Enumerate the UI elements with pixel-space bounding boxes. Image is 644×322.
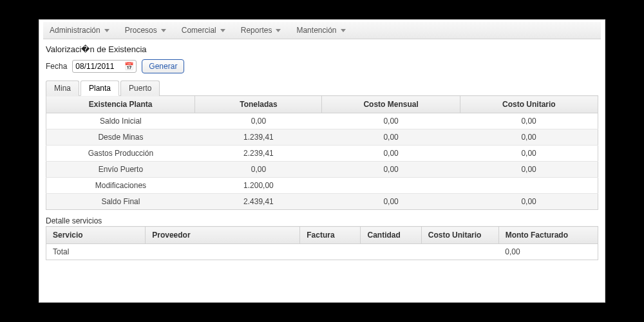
cell-ton: 1.239,41 (195, 129, 322, 146)
detail-empty (300, 244, 361, 260)
menu-administracion[interactable]: Administración (50, 26, 109, 35)
menu-label: Reportes (241, 26, 272, 35)
generate-button[interactable]: Generar (142, 59, 184, 73)
table-row: Saldo Final 2.439,41 0,00 0,00 (46, 194, 598, 210)
cell-ton: 2.439,41 (195, 194, 322, 210)
col-servicio: Servicio (46, 227, 146, 244)
menu-label: Administración (50, 26, 100, 35)
stock-table-body: Saldo Inicial 0,00 0,00 0,00 Desde Minas… (46, 113, 598, 210)
table-row: Gastos Producción 2.239,41 0,00 0,00 (46, 146, 598, 162)
cell-ton: 2.239,41 (195, 146, 322, 162)
menu-procesos[interactable]: Procesos (125, 26, 166, 35)
tab-planta[interactable]: Planta (80, 80, 119, 96)
col-monto-facturado: Monto Facturado (498, 227, 598, 244)
cell-cm: 0,00 (322, 113, 460, 129)
col-costo-unitario: Costo Unitario (421, 227, 498, 244)
detail-empty (361, 244, 421, 260)
date-input-wrapper: 📅 (72, 60, 137, 73)
col-proveedor: Proveedor (146, 227, 300, 244)
cell-cu: 0,00 (460, 129, 598, 146)
date-input[interactable] (75, 62, 122, 71)
table-row: Saldo Inicial 0,00 0,00 0,00 (46, 113, 598, 129)
app-panel: Administración Procesos Comercial Report… (39, 19, 605, 303)
chevron-down-icon (161, 29, 166, 32)
detail-empty (146, 244, 300, 260)
col-existencia: Existencia Planta (46, 96, 195, 113)
table-row: Modificaciones 1.200,00 (46, 178, 598, 194)
tab-puerto[interactable]: Puerto (120, 80, 160, 96)
table-header-row: Existencia Planta Toneladas Costo Mensua… (46, 96, 598, 113)
col-costo-unitario: Costo Unitario (460, 96, 598, 113)
cell-cu (460, 178, 598, 194)
cell-ton: 0,00 (195, 113, 322, 129)
cell-cm: 0,00 (322, 129, 460, 146)
col-toneladas: Toneladas (195, 96, 322, 113)
menu-mantencion[interactable]: Mantención (296, 26, 345, 35)
cell-ton: 1.200,00 (195, 178, 322, 194)
chevron-down-icon (341, 29, 346, 32)
menubar: Administración Procesos Comercial Report… (43, 22, 601, 39)
col-cantidad: Cantidad (361, 227, 421, 244)
cell-cu: 0,00 (460, 194, 598, 210)
table-row: Desde Minas 1.239,41 0,00 0,00 (46, 129, 598, 146)
cell-cu: 0,00 (460, 146, 598, 162)
cell-ton: 0,00 (195, 162, 322, 178)
menu-label: Procesos (125, 26, 157, 35)
cell-label: Modificaciones (46, 178, 195, 194)
table-row: Envío Puerto 0,00 0,00 0,00 (46, 162, 598, 178)
cell-label: Saldo Final (46, 194, 195, 210)
tab-mina[interactable]: Mina (46, 80, 79, 96)
cell-cm (322, 178, 460, 194)
cell-cm: 0,00 (322, 146, 460, 162)
detail-section-label: Detalle servicios (46, 216, 598, 225)
detail-total-value: 0,00 (498, 244, 598, 260)
menu-label: Comercial (182, 26, 216, 35)
cell-label: Saldo Inicial (46, 113, 195, 129)
menu-label: Mantención (296, 26, 336, 35)
cell-cm: 0,00 (322, 194, 460, 210)
page-title: Valorizaci�n de Existencia (46, 44, 598, 54)
cell-cm: 0,00 (322, 162, 460, 178)
cell-cu: 0,00 (460, 113, 598, 129)
cell-label: Envío Puerto (46, 162, 195, 178)
tabs: Mina Planta Puerto (46, 80, 598, 96)
chevron-down-icon (276, 29, 281, 32)
table-header-row: Servicio Proveedor Factura Cantidad Cost… (46, 227, 598, 244)
content-area: Valorizaci�n de Existencia Fecha 📅 Gener… (39, 44, 605, 260)
col-costo-mensual: Costo Mensual (322, 96, 460, 113)
detail-table: Servicio Proveedor Factura Cantidad Cost… (46, 226, 598, 260)
detail-total-row: Total 0,00 (46, 244, 598, 260)
menu-comercial[interactable]: Comercial (182, 26, 225, 35)
calendar-icon[interactable]: 📅 (124, 62, 133, 71)
date-label: Fecha (46, 62, 67, 71)
cell-label: Gastos Producción (46, 146, 195, 162)
stock-table: Existencia Planta Toneladas Costo Mensua… (46, 95, 598, 210)
cell-cu: 0,00 (460, 162, 598, 178)
chevron-down-icon (220, 29, 225, 32)
cell-label: Desde Minas (46, 129, 195, 146)
menu-reportes[interactable]: Reportes (241, 26, 281, 35)
detail-empty (421, 244, 498, 260)
col-factura: Factura (300, 227, 361, 244)
chevron-down-icon (104, 29, 109, 32)
filter-row: Fecha 📅 Generar (46, 59, 598, 73)
detail-total-label: Total (46, 244, 146, 260)
